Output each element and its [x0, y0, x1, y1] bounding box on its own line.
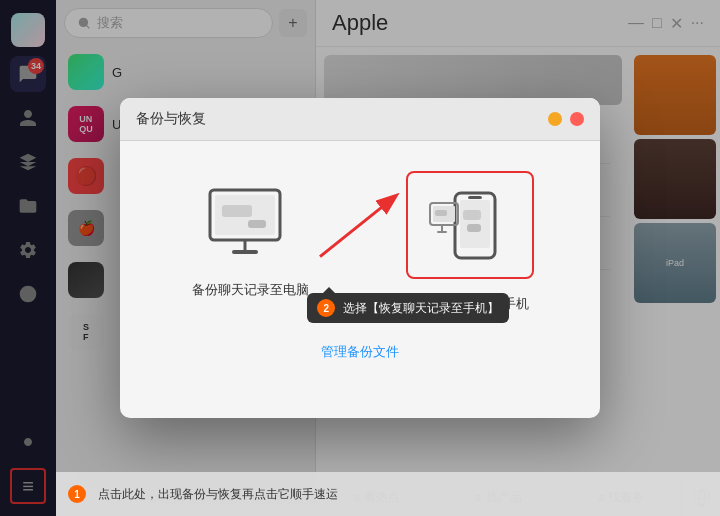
svg-rect-9: [232, 250, 258, 254]
dialog-header: 备份与恢复 — ✕: [120, 98, 600, 141]
phone-svg: [425, 188, 515, 263]
monitor-icon-container: [200, 185, 300, 265]
modal-overlay: 备份与恢复 — ✕: [0, 0, 720, 516]
dialog-body: 备份聊天记录至电脑: [120, 141, 600, 333]
instruction-text: 点击此处，出现备份与恢复再点击它顺手速运: [98, 486, 338, 503]
svg-rect-16: [468, 196, 482, 199]
backup-dialog: 备份与恢复 — ✕: [120, 98, 600, 418]
dialog-minimize-button[interactable]: —: [548, 112, 562, 126]
svg-rect-14: [463, 210, 481, 220]
restore-to-phone-option[interactable]: 恢复聊天记录至手机 2 选择【恢复聊天记录至手机】: [390, 171, 550, 313]
monitor-svg: [200, 185, 300, 265]
svg-rect-19: [435, 210, 447, 216]
selected-highlight-box: [406, 171, 534, 279]
manage-backup-link[interactable]: 管理备份文件: [120, 333, 600, 371]
tooltip-bubble: 2 选择【恢复聊天记录至手机】: [307, 293, 508, 323]
svg-rect-15: [467, 224, 481, 232]
svg-rect-21: [437, 231, 447, 233]
svg-rect-6: [222, 205, 252, 217]
phone-icon-container: [420, 185, 520, 265]
tooltip-text: 选择【恢复聊天记录至手机】: [343, 301, 499, 315]
instruction-bar: 1 点击此处，出现备份与恢复再点击它顺手速运: [56, 472, 720, 516]
backup-to-pc-label: 备份聊天记录至电脑: [192, 281, 309, 299]
step-2-badge: 2: [317, 299, 335, 317]
backup-to-pc-option[interactable]: 备份聊天记录至电脑: [170, 185, 330, 299]
step-1-badge: 1: [68, 485, 86, 503]
svg-line-11: [320, 197, 395, 257]
tooltip-area: 恢复聊天记录至手机 2 选择【恢复聊天记录至手机】: [412, 295, 529, 313]
dialog-close-button[interactable]: ✕: [570, 112, 584, 126]
dialog-controls: — ✕: [548, 112, 584, 126]
svg-rect-7: [248, 220, 266, 228]
dialog-title: 备份与恢复: [136, 110, 206, 128]
